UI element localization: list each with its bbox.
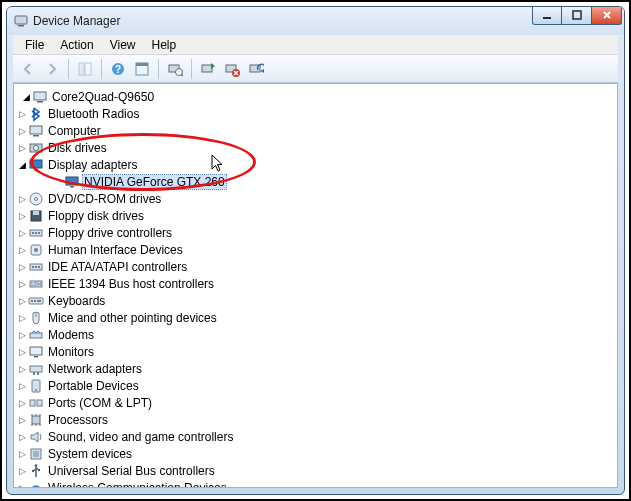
expand-arrow-icon[interactable]: ▷ bbox=[16, 449, 28, 459]
tree-category-node[interactable]: ▷ Network adapters bbox=[14, 360, 617, 377]
tree-root-node[interactable]: ◢ Core2Quad-Q9650 ▷ Bluetooth Radios ▷ C… bbox=[14, 88, 617, 488]
scan-hardware-button[interactable] bbox=[164, 58, 186, 80]
tree-category-label: Sound, video and game controllers bbox=[46, 430, 235, 444]
tree-category-node[interactable]: ▷ Disk drives bbox=[14, 139, 617, 156]
expand-arrow-icon[interactable]: ▷ bbox=[16, 126, 28, 136]
svg-rect-67 bbox=[38, 469, 40, 471]
tree-category-node[interactable]: ▷ Monitors bbox=[14, 343, 617, 360]
tree-category-node[interactable]: ▷ System devices bbox=[14, 445, 617, 462]
tree-category-label: Network adapters bbox=[46, 362, 144, 376]
expand-arrow-icon[interactable]: ▷ bbox=[16, 347, 28, 357]
tree-category-label: Portable Devices bbox=[46, 379, 141, 393]
computer-icon bbox=[28, 123, 44, 139]
svg-rect-16 bbox=[34, 92, 46, 100]
expand-arrow-icon[interactable]: ◢ bbox=[16, 160, 28, 170]
separator bbox=[68, 59, 69, 79]
expand-arrow-icon[interactable]: ▷ bbox=[16, 381, 28, 391]
svg-rect-5 bbox=[85, 63, 91, 75]
tree-category-node[interactable]: ▷ Floppy disk drives bbox=[14, 207, 617, 224]
minimize-button[interactable] bbox=[532, 6, 562, 25]
expand-arrow-icon[interactable]: ▷ bbox=[16, 143, 28, 153]
expand-arrow-icon[interactable]: ◢ bbox=[20, 92, 32, 102]
tree-category-node[interactable]: ▷ Computer bbox=[14, 122, 617, 139]
menu-file[interactable]: File bbox=[17, 36, 52, 54]
tree-category-label: Display adapters bbox=[46, 158, 139, 172]
expand-arrow-icon[interactable]: ▷ bbox=[16, 296, 28, 306]
expand-arrow-icon[interactable]: ▷ bbox=[16, 245, 28, 255]
tree-category-node[interactable]: ▷ Bluetooth Radios bbox=[14, 105, 617, 122]
svg-rect-55 bbox=[30, 400, 35, 406]
controller-icon bbox=[28, 225, 44, 241]
tree-category-node[interactable]: ▷ Keyboards bbox=[14, 292, 617, 309]
separator bbox=[158, 59, 159, 79]
tree-category-node[interactable]: ▷ Floppy drive controllers bbox=[14, 224, 617, 241]
svg-rect-49 bbox=[34, 356, 38, 358]
tree-category-node[interactable]: ▷ Wireless Communication Devices bbox=[14, 479, 617, 488]
properties-button[interactable] bbox=[131, 58, 153, 80]
svg-rect-45 bbox=[37, 300, 41, 302]
tree-category-node[interactable]: ▷ Processors bbox=[14, 411, 617, 428]
expand-arrow-icon[interactable]: ▷ bbox=[16, 313, 28, 323]
tree-category-label: Bluetooth Radios bbox=[46, 107, 141, 121]
tree-category-node[interactable]: ◢ Display adapters NVIDIA GeForce GTX 26… bbox=[14, 156, 617, 190]
svg-rect-32 bbox=[35, 232, 37, 234]
tree-category-label: Monitors bbox=[46, 345, 96, 359]
expand-arrow-icon[interactable]: ▷ bbox=[16, 483, 28, 489]
tree-category-node[interactable]: ▷ Universal Serial Bus controllers bbox=[14, 462, 617, 479]
keyboard-icon bbox=[28, 293, 44, 309]
svg-point-35 bbox=[34, 248, 38, 252]
tree-category-node[interactable]: ▷ IDE ATA/ATAPI controllers bbox=[14, 258, 617, 275]
menu-view[interactable]: View bbox=[102, 36, 144, 54]
expand-arrow-icon[interactable]: ▷ bbox=[16, 364, 28, 374]
expand-arrow-icon[interactable]: ▷ bbox=[16, 194, 28, 204]
tree-category-label: Floppy drive controllers bbox=[46, 226, 174, 240]
svg-rect-56 bbox=[37, 400, 42, 406]
expand-arrow-icon[interactable]: ▷ bbox=[16, 330, 28, 340]
display-icon bbox=[28, 157, 44, 173]
tree-category-node[interactable]: ▷ 1394 IEEE 1394 Bus host controllers bbox=[14, 275, 617, 292]
update-driver-button[interactable] bbox=[197, 58, 219, 80]
forward-button[interactable] bbox=[41, 58, 63, 80]
device-tree-pane[interactable]: ◢ Core2Quad-Q9650 ▷ Bluetooth Radios ▷ C… bbox=[13, 83, 618, 488]
maximize-button[interactable] bbox=[562, 6, 592, 25]
tree-category-node[interactable]: ▷ Human Interface Devices bbox=[14, 241, 617, 258]
expand-arrow-icon[interactable]: ▷ bbox=[16, 279, 28, 289]
help-button[interactable]: ? bbox=[107, 58, 129, 80]
svg-rect-39 bbox=[38, 266, 40, 268]
tree-category-node[interactable]: ▷ Ports (COM & LPT) bbox=[14, 394, 617, 411]
tree-category-node[interactable]: ▷ Modems bbox=[14, 326, 617, 343]
expand-arrow-icon[interactable]: ▷ bbox=[16, 228, 28, 238]
svg-point-21 bbox=[34, 145, 39, 150]
svg-rect-0 bbox=[15, 16, 27, 24]
menu-action[interactable]: Action bbox=[52, 36, 101, 54]
svg-point-54 bbox=[35, 389, 37, 391]
tree-category-node[interactable]: ▷ Mice and other pointing devices bbox=[14, 309, 617, 326]
svg-rect-52 bbox=[37, 372, 39, 375]
disable-button[interactable] bbox=[245, 58, 267, 80]
tree-category-node[interactable]: ▷ Portable Devices bbox=[14, 377, 617, 394]
expand-arrow-icon[interactable]: ▷ bbox=[16, 432, 28, 442]
tree-category-node[interactable]: ▷ Sound, video and game controllers bbox=[14, 428, 617, 445]
svg-rect-65 bbox=[33, 451, 39, 457]
svg-rect-23 bbox=[34, 169, 38, 171]
svg-rect-12 bbox=[202, 65, 212, 72]
tree-device-node[interactable]: NVIDIA GeForce GTX 260 bbox=[50, 173, 617, 190]
uninstall-button[interactable] bbox=[221, 58, 243, 80]
expand-arrow-icon[interactable]: ▷ bbox=[16, 109, 28, 119]
expand-arrow-icon[interactable]: ▷ bbox=[16, 466, 28, 476]
expand-arrow-icon[interactable]: ▷ bbox=[16, 415, 28, 425]
tree-category-node[interactable]: ▷ DVD/CD-ROM drives bbox=[14, 190, 617, 207]
menu-help[interactable]: Help bbox=[144, 36, 185, 54]
tree-category-label: IEEE 1394 Bus host controllers bbox=[46, 277, 216, 291]
back-button[interactable] bbox=[17, 58, 39, 80]
display-icon bbox=[64, 174, 80, 190]
svg-rect-24 bbox=[66, 177, 78, 185]
expand-arrow-icon[interactable]: ▷ bbox=[16, 211, 28, 221]
svg-point-66 bbox=[35, 464, 38, 467]
close-button[interactable] bbox=[592, 6, 622, 25]
show-hide-tree-button[interactable] bbox=[74, 58, 96, 80]
svg-rect-31 bbox=[32, 232, 34, 234]
expand-arrow-icon[interactable]: ▷ bbox=[16, 262, 28, 272]
svg-point-68 bbox=[32, 469, 34, 471]
expand-arrow-icon[interactable]: ▷ bbox=[16, 398, 28, 408]
